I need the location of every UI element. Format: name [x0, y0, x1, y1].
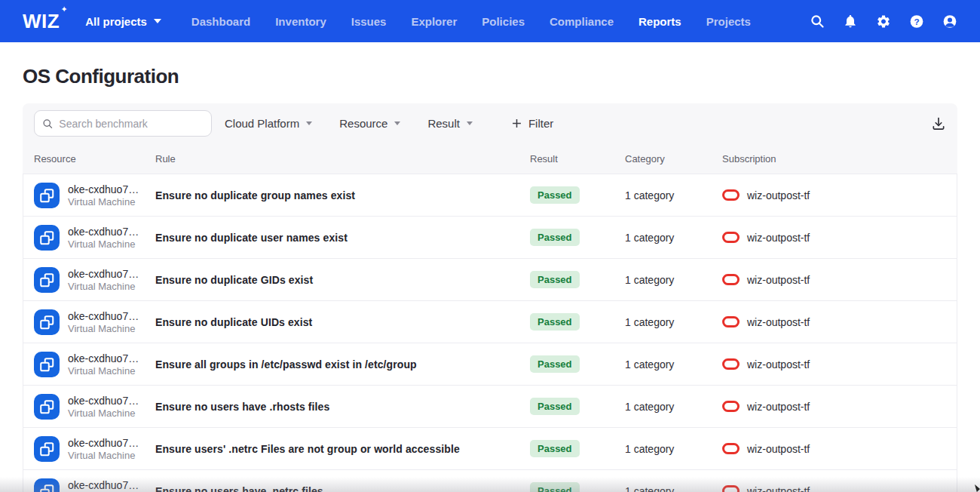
chevron-down-icon: [394, 121, 400, 125]
virtual-machine-icon: [34, 394, 60, 420]
result-badge: Passed: [530, 482, 580, 492]
oracle-cloud-icon: [722, 232, 740, 243]
column-header-subscription[interactable]: Subscription: [722, 153, 946, 165]
resource-name: oke-cxdhuo7…: [68, 352, 139, 364]
resource-name: oke-cxdhuo7…: [68, 479, 139, 491]
subscription-name: wiz-outpost-tf: [747, 485, 810, 492]
resource-cell[interactable]: oke-cxdhuo7… Virtual Machine: [34, 436, 155, 462]
category-count: 1 category: [625, 485, 722, 492]
category-count: 1 category: [625, 189, 722, 201]
subscription-name: wiz-outpost-tf: [747, 358, 810, 371]
subscription-name: wiz-outpost-tf: [747, 316, 810, 328]
result-badge: Passed: [530, 398, 580, 415]
resource-type: Virtual Machine: [68, 365, 139, 377]
virtual-machine-icon: [34, 309, 60, 335]
resource-type: Virtual Machine: [68, 450, 139, 461]
table-row[interactable]: oke-cxdhuo7… Virtual Machine Ensure user…: [23, 427, 957, 469]
nav-item-inventory[interactable]: Inventory: [275, 15, 326, 28]
nav-menu: Dashboard Inventory Issues Explorer Poli…: [191, 15, 751, 28]
nav-item-compliance[interactable]: Compliance: [550, 15, 614, 28]
table-row[interactable]: oke-cxdhuo7… Virtual Machine Ensure no u…: [23, 469, 957, 492]
settings-icon[interactable]: [876, 14, 891, 29]
top-navbar: WIZ✦ All projects Dashboard Inventory Is…: [0, 0, 980, 42]
oracle-cloud-icon: [722, 443, 740, 454]
cloud-platform-filter[interactable]: Cloud Platform: [225, 117, 312, 130]
result-badge: Passed: [530, 313, 580, 331]
search-input[interactable]: [59, 118, 204, 130]
result-filter[interactable]: Result: [427, 117, 473, 130]
chevron-down-icon: [467, 121, 473, 125]
help-icon[interactable]: ?: [909, 14, 924, 29]
nav-item-dashboard[interactable]: Dashboard: [191, 15, 250, 28]
subscription-name: wiz-outpost-tf: [747, 189, 810, 201]
category-count: 1 category: [625, 443, 722, 455]
resource-cell[interactable]: oke-cxdhuo7… Virtual Machine: [34, 352, 155, 377]
oracle-cloud-icon: [722, 189, 740, 201]
resource-cell[interactable]: oke-cxdhuo7… Virtual Machine: [34, 183, 155, 208]
table-row[interactable]: oke-cxdhuo7… Virtual Machine Ensure no d…: [23, 216, 957, 258]
oracle-cloud-icon: [722, 401, 740, 412]
rule-text: Ensure no duplicate user names exist: [155, 232, 530, 244]
resource-type: Virtual Machine: [68, 238, 139, 250]
resource-cell[interactable]: oke-cxdhuo7… Virtual Machine: [34, 225, 155, 251]
resource-name: oke-cxdhuo7…: [68, 268, 139, 280]
resource-type: Virtual Machine: [68, 323, 139, 334]
account-icon[interactable]: [942, 14, 957, 29]
nav-item-policies[interactable]: Policies: [482, 15, 525, 28]
benchmark-search[interactable]: [34, 110, 212, 137]
rule-text: Ensure no duplicate group names exist: [155, 189, 530, 201]
oracle-cloud-icon: [722, 274, 740, 285]
rule-text: Ensure no duplicate UIDs exist: [155, 316, 530, 328]
table-row[interactable]: oke-cxdhuo7… Virtual Machine Ensure no d…: [23, 174, 957, 216]
table-row[interactable]: oke-cxdhuo7… Virtual Machine Ensure no d…: [23, 258, 957, 300]
subscription-name: wiz-outpost-tf: [747, 401, 810, 413]
table-row[interactable]: oke-cxdhuo7… Virtual Machine Ensure all …: [23, 343, 957, 385]
resource-name: oke-cxdhuo7…: [68, 437, 139, 449]
result-badge: Passed: [530, 355, 580, 373]
column-header-rule[interactable]: Rule: [155, 153, 530, 165]
resource-type: Virtual Machine: [68, 281, 139, 292]
table-row[interactable]: oke-cxdhuo7… Virtual Machine Ensure no u…: [23, 385, 957, 427]
resource-cell[interactable]: oke-cxdhuo7… Virtual Machine: [34, 394, 155, 420]
nav-item-reports[interactable]: Reports: [639, 15, 681, 28]
rule-text: Ensure no duplicate GIDs exist: [155, 274, 530, 286]
resource-name: oke-cxdhuo7…: [68, 183, 139, 195]
resource-cell[interactable]: oke-cxdhuo7… Virtual Machine: [34, 267, 155, 293]
resource-type: Virtual Machine: [68, 196, 139, 208]
resource-name: oke-cxdhuo7…: [68, 395, 139, 407]
virtual-machine-icon: [34, 478, 60, 492]
notifications-icon[interactable]: [843, 14, 858, 29]
subscription-name: wiz-outpost-tf: [747, 232, 810, 244]
svg-text:?: ?: [914, 16, 919, 26]
category-count: 1 category: [625, 274, 722, 286]
result-badge: Passed: [530, 229, 580, 246]
resource-filter[interactable]: Resource: [339, 117, 400, 130]
table-row[interactable]: oke-cxdhuo7… Virtual Machine Ensure no d…: [23, 300, 957, 343]
nav-item-issues[interactable]: Issues: [351, 15, 387, 28]
logo-sparkle-icon: ✦: [60, 5, 68, 14]
table-header: Resource Rule Result Category Subscripti…: [23, 143, 957, 174]
search-icon[interactable]: [810, 14, 825, 29]
virtual-machine-icon: [34, 225, 60, 251]
column-header-resource[interactable]: Resource: [34, 153, 155, 165]
nav-item-projects[interactable]: Projects: [706, 15, 751, 28]
column-header-result[interactable]: Result: [530, 153, 625, 165]
resource-type: Virtual Machine: [68, 407, 139, 419]
virtual-machine-icon: [34, 183, 60, 208]
download-button[interactable]: [931, 116, 946, 131]
project-selector[interactable]: All projects: [85, 15, 161, 28]
category-count: 1 category: [625, 401, 722, 413]
add-filter-button[interactable]: Filter: [512, 117, 553, 130]
download-icon: [931, 116, 946, 131]
wiz-logo[interactable]: WIZ✦: [23, 10, 60, 33]
virtual-machine-icon: [34, 436, 60, 462]
rule-text: Ensure no users have .netrc files: [155, 485, 530, 492]
rule-text: Ensure users' .netrc Files are not group…: [155, 443, 530, 455]
subscription-name: wiz-outpost-tf: [747, 274, 810, 286]
table-body: oke-cxdhuo7… Virtual Machine Ensure no d…: [23, 174, 957, 492]
nav-item-explorer[interactable]: Explorer: [411, 15, 457, 28]
resource-cell[interactable]: oke-cxdhuo7… Virtual Machine: [34, 478, 155, 492]
virtual-machine-icon: [34, 267, 60, 293]
column-header-category[interactable]: Category: [625, 153, 722, 165]
resource-cell[interactable]: oke-cxdhuo7… Virtual Machine: [34, 309, 155, 335]
